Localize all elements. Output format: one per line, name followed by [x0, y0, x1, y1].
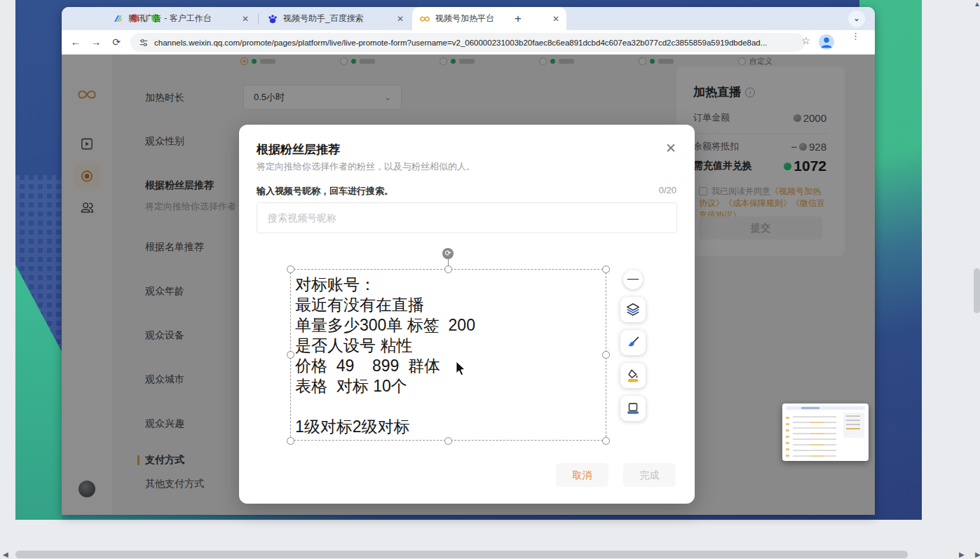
tab-close-icon[interactable]: ✕: [397, 14, 404, 24]
baidu-icon: [267, 13, 278, 25]
scroll-up-arrow[interactable]: ▲: [974, 0, 980, 8]
browser-menu-button[interactable]: ⋮: [851, 34, 857, 39]
tencent-ads-icon: [112, 13, 123, 25]
tab-baidu-search[interactable]: 视频号助手_百度搜索 ✕: [260, 7, 411, 30]
thumbnail-sidebar: [786, 413, 789, 457]
resize-handle-s[interactable]: [444, 437, 452, 445]
annotation-line: 表格 对标 10个: [295, 376, 604, 396]
resize-handle-nw[interactable]: [287, 265, 294, 273]
annotation-line: 最近有没有在直播: [295, 295, 604, 315]
tab-strip: 腾讯广告 - 客户工作台 ✕ 视频号助手_百度搜索 ✕ 视频号加热平台 ✕: [62, 7, 875, 30]
brush-button[interactable]: [620, 330, 646, 355]
resize-handle-ne[interactable]: [602, 265, 610, 273]
brush-icon: [625, 335, 641, 350]
new-tab-button[interactable]: +: [512, 13, 524, 25]
tab-channels-platform-active[interactable]: 视频号加热平台 ✕: [412, 7, 566, 30]
tab-close-icon[interactable]: ✕: [242, 14, 249, 24]
annotation-line: 价格 49 899 群体: [295, 356, 604, 376]
laptop-icon: [625, 401, 641, 416]
tab-title: 腾讯广告 - 客户工作台: [128, 13, 212, 25]
resize-handle-sw[interactable]: [287, 437, 294, 445]
done-button[interactable]: 完成: [623, 463, 676, 487]
horizontal-scrollbar-thumb[interactable]: [15, 551, 908, 558]
modal-title: 根据粉丝层推荐: [257, 142, 340, 158]
close-icon[interactable]: ✕: [665, 140, 676, 156]
channels-icon: [419, 13, 430, 25]
fill-color-button[interactable]: [620, 363, 646, 388]
nickname-search-input[interactable]: [257, 202, 677, 233]
screenshot-preview-thumbnail[interactable]: [782, 403, 869, 461]
annotation-line: 对标账号：: [295, 275, 604, 295]
scroll-right-arrow[interactable]: ▶: [959, 551, 965, 558]
tab-tencent-ads[interactable]: 腾讯广告 - 客户工作台 ✕: [105, 7, 256, 30]
thumbnail-side-panel: [843, 413, 864, 438]
remote-screen-viewer: 腾讯广告 - 客户工作台 ✕ 视频号助手_百度搜索 ✕ 视频号加热平台 ✕: [0, 0, 980, 559]
resize-handle-n[interactable]: [444, 265, 452, 273]
vertical-scrollbar-thumb[interactable]: [974, 268, 980, 313]
modal-subtitle: 将定向推给你选择作者的粉丝，以及与粉丝相似的人。: [257, 160, 475, 173]
thumbnail-titlebar: [786, 406, 865, 410]
profile-person-icon: [819, 34, 834, 50]
layers-icon: [625, 302, 641, 317]
annotation-line: 1级对标2级对标: [295, 417, 604, 437]
tab-separator: [258, 13, 259, 25]
back-button[interactable]: ←: [69, 35, 83, 49]
device-frame-button[interactable]: [620, 396, 646, 421]
collapse-minus-button[interactable]: —: [623, 270, 643, 289]
paint-bucket-icon: [625, 368, 641, 383]
scroll-left-arrow[interactable]: ◀: [3, 551, 8, 558]
url-text: channels.weixin.qq.com/promote/pages/pla…: [154, 39, 767, 47]
reload-button[interactable]: ⟳: [109, 35, 123, 49]
site-settings-icon[interactable]: [139, 38, 149, 48]
profile-avatar-button[interactable]: [819, 34, 834, 50]
annotation-toolbar: —: [620, 270, 646, 421]
address-bar[interactable]: channels.weixin.qq.com/promote/pages/pla…: [130, 33, 805, 52]
rotate-handle[interactable]: ⟳: [442, 248, 454, 259]
search-label: 输入视频号昵称，回车进行搜索。: [257, 185, 393, 198]
resize-handle-e[interactable]: [602, 351, 610, 359]
tab-title: 视频号助手_百度搜索: [283, 13, 364, 25]
forward-button[interactable]: →: [89, 35, 103, 49]
resize-handle-w[interactable]: [287, 351, 294, 359]
browser-toolbar: ← → ⟳ channels.weixin.qq.com/promote/pag…: [62, 30, 875, 55]
bookmark-star-icon[interactable]: ☆: [801, 35, 810, 46]
thumbnail-highlight-rows: [810, 413, 824, 457]
tab-close-icon[interactable]: ✕: [552, 14, 559, 24]
mouse-cursor: [454, 361, 467, 376]
annotation-line: [295, 396, 604, 417]
resize-handle-se[interactable]: [602, 437, 610, 445]
char-counter: 0/20: [659, 185, 676, 195]
tab-search-chevron-button[interactable]: ⌄: [848, 11, 865, 27]
annotation-line: 是否人设号 粘性: [295, 336, 604, 356]
scroll-right-arrow-edge[interactable]: ▶: [975, 551, 980, 558]
annotation-line: 单量多少300单 标签 200: [295, 315, 604, 336]
cancel-button[interactable]: 取消: [556, 463, 608, 487]
annotation-text-block[interactable]: 对标账号： 最近有没有在直播 单量多少300单 标签 200 是否人设号 粘性 …: [295, 275, 604, 437]
tab-title: 视频号加热平台: [435, 13, 494, 25]
layers-button[interactable]: [620, 297, 646, 322]
